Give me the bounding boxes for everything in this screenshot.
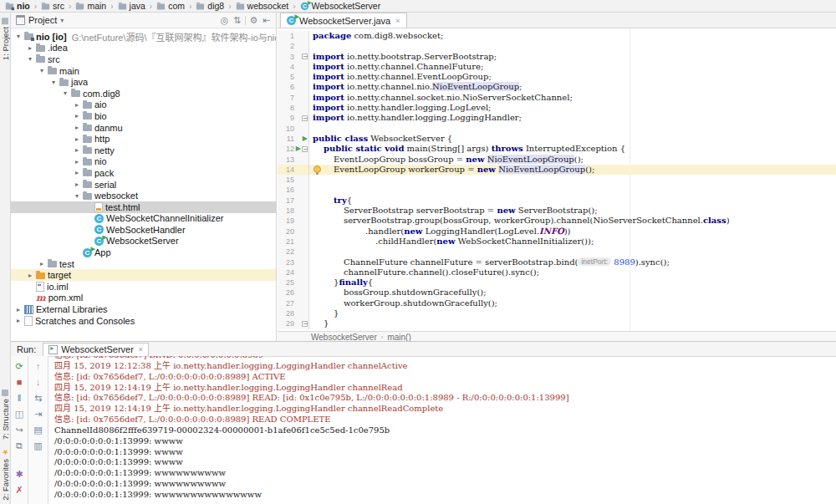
scroll-to-end-icon[interactable]: ⇥	[33, 408, 44, 420]
breadcrumb-item-src[interactable]: src	[40, 0, 65, 12]
console-output[interactable]: 信息: [id: 0x7656def7] BIND: 0.0.0.0/0.0.0…	[48, 356, 836, 504]
fold-icon[interactable]: −	[302, 321, 308, 327]
restore-layout-icon[interactable]: ⧉	[13, 440, 25, 451]
chevron-right-icon[interactable]: ▸	[72, 135, 82, 143]
tree-row-java[interactable]: ▾java	[11, 76, 276, 88]
tree-row-target[interactable]: ▸target	[11, 269, 276, 281]
tree-row-pom-xml[interactable]: mpom.xml	[11, 293, 276, 304]
tree-row-danmu[interactable]: ▸danmu	[11, 122, 276, 134]
chevron-right-icon[interactable]: ▸	[25, 272, 35, 279]
chevron-down-icon[interactable]: ▾	[37, 67, 47, 74]
chevron-right-icon[interactable]: ▸	[72, 158, 82, 165]
chevron-down-icon[interactable]: ▾	[13, 33, 23, 40]
run-gutter-icon[interactable]: ▶	[296, 145, 301, 152]
tree-row-app[interactable]: C▶App	[11, 247, 276, 258]
fold-icon[interactable]: −	[302, 146, 308, 152]
stripe-structure[interactable]: 7: Structure	[1, 389, 10, 440]
stripe-favorites[interactable]: 2: Favorites★	[1, 448, 10, 501]
chevron-down-icon[interactable]: ▾	[60, 89, 70, 97]
line-number: 22	[278, 247, 296, 257]
tree-row-serial[interactable]: ▸serial	[11, 179, 276, 191]
iml-file-icon	[36, 282, 44, 292]
tree-row-aio[interactable]: ▸aio	[11, 99, 276, 111]
tree-row-nio[interactable]: ▸nio	[11, 156, 276, 168]
tree-row-netty[interactable]: ▸netty	[11, 145, 276, 156]
exit-icon[interactable]: ↪	[13, 424, 25, 435]
chevron-down-icon[interactable]: ▾	[25, 55, 35, 63]
code-segment: new	[497, 206, 515, 215]
fold-icon[interactable]: −	[302, 115, 308, 121]
tree-row-websocketserver[interactable]: C▶WebsocketServer	[11, 236, 276, 247]
hide-panel-icon[interactable]: ⇤	[260, 13, 273, 27]
chevron-right-icon[interactable]: ▸	[72, 124, 82, 131]
tree-row-websockethandler[interactable]: CWebSocketHandler	[11, 224, 276, 236]
tree-row-test[interactable]: ▸test	[11, 258, 276, 270]
tree-row-websocketchannelinitializer[interactable]: CWebSocketChannelInitializer	[11, 213, 276, 225]
tool-window-stripe: 1: Project 7: Structure2: Favorites★	[0, 13, 11, 504]
tree-row-test-html[interactable]: test.html	[11, 201, 276, 213]
tree-item-label: danmu	[94, 123, 123, 133]
code-editor[interactable]: 1package com.dig8.websocket;23−import io…	[278, 28, 836, 331]
next-occurrence-icon[interactable]: ↓	[33, 376, 44, 388]
close-icon[interactable]: ×	[395, 17, 400, 25]
intention-bulb-icon[interactable]	[314, 165, 321, 173]
close-icon[interactable]: ×	[139, 345, 143, 354]
chevron-down-icon[interactable]: ▾	[72, 192, 82, 200]
chevron-right-icon[interactable]: ▸	[13, 317, 23, 324]
tool-icon[interactable]: ✱	[13, 468, 25, 480]
rerun-icon[interactable]: ⟳	[13, 360, 25, 372]
code-text: serverBootstrap.group(bossGroup, workerG…	[309, 216, 836, 226]
breadcrumb-item-main[interactable]: main	[74, 0, 107, 12]
collapse-all-icon[interactable]: ⇅	[231, 13, 243, 27]
chevron-right-icon[interactable]: ▸	[72, 169, 82, 176]
run-gutter-icon[interactable]: ▶	[303, 135, 308, 142]
print-icon[interactable]: ▤	[33, 424, 44, 435]
tree-row-bio[interactable]: ▸bio	[11, 110, 276, 122]
chevron-right-icon[interactable]: ▸	[13, 306, 23, 313]
editor-breadcrumb-item[interactable]: main()	[387, 333, 410, 342]
tree-row-scratches-and-consoles[interactable]: ▸Scratches and Consoles	[11, 315, 276, 327]
tree-row-http[interactable]: ▸http	[11, 133, 276, 145]
breadcrumb-item-java[interactable]: java	[117, 0, 146, 12]
tree-item-label: websocket	[94, 191, 138, 201]
chevron-right-icon[interactable]: ▸	[25, 44, 35, 52]
breadcrumb-item-dig8[interactable]: dig8	[195, 0, 225, 12]
breadcrumb-item-nio[interactable]: nio	[4, 0, 31, 12]
chevron-right-icon[interactable]: ▸	[72, 181, 82, 188]
tree-row-com-dig8[interactable]: ▾com.dig8	[11, 88, 276, 99]
tree-row-src[interactable]: ▾src	[11, 53, 276, 65]
tree-item-label: serial	[94, 180, 116, 190]
chevron-down-icon[interactable]: ▾	[48, 79, 59, 86]
breadcrumb-item-com[interactable]: com	[155, 0, 186, 12]
chevron-down-icon[interactable]: ▾	[60, 17, 64, 24]
tree-row-websocket[interactable]: ▾websocket	[11, 190, 276, 201]
breadcrumb-item-websocketserver[interactable]: C▶WebsocketServer	[299, 0, 382, 12]
stripe-project[interactable]: 1: Project	[1, 18, 10, 60]
tree-row-pack[interactable]: ▸pack	[11, 167, 276, 179]
editor-tab-websocketserver[interactable]: C▶ WebsocketServer.java ×	[280, 13, 407, 28]
clear-all-icon[interactable]: ▥	[33, 440, 44, 451]
console-line: /0:0:0:0:0:0:0:1:13999: wwwwwwwwww	[54, 479, 836, 490]
close-icon[interactable]: ✗	[13, 484, 25, 496]
editor-breadcrumb-item[interactable]: WebsocketServer	[311, 333, 377, 342]
locate-icon[interactable]: ◎	[218, 13, 231, 27]
fold-icon[interactable]: −	[302, 53, 308, 59]
run-tab-websocketserver[interactable]: WebsocketServer ×	[43, 343, 149, 356]
tree-row--idea[interactable]: ▸.idea	[11, 43, 276, 54]
chevron-right-icon[interactable]: ▸	[72, 146, 82, 154]
breadcrumb-item-websocket[interactable]: websocket	[235, 0, 290, 12]
soft-wrap-icon[interactable]: ⇆	[33, 392, 44, 404]
chevron-right-icon[interactable]: ▸	[37, 260, 47, 267]
thread-dump-icon[interactable]: ◫	[13, 408, 25, 420]
pause-output-icon[interactable]: ‖	[13, 392, 25, 404]
chevron-right-icon[interactable]: ▸	[72, 101, 82, 109]
tree-row-nio--io-[interactable]: ▾nio [io]G:\netFuture\源码\『互联网架构』软件架构-io与…	[11, 31, 276, 43]
tree-row-main[interactable]: ▾main	[11, 65, 276, 77]
stop-icon[interactable]: ■	[13, 376, 25, 388]
tree-row-external-libraries[interactable]: ▸External Libraries	[11, 303, 276, 315]
prev-occurrence-icon[interactable]: ↑	[33, 360, 44, 372]
tree-row-io-iml[interactable]: io.iml	[11, 281, 276, 293]
chevron-right-icon[interactable]: ▸	[72, 112, 82, 120]
settings-gear-icon[interactable]: ⚙	[247, 13, 260, 27]
folder-icon	[71, 90, 80, 97]
